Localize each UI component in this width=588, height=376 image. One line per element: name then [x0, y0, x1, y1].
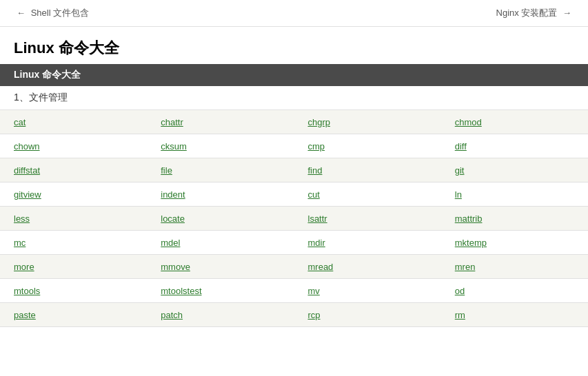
cmd-cell: mktemp — [441, 231, 588, 254]
next-nav-label: Nginx 安装配置 — [496, 8, 558, 18]
cmd-cell: mdir — [294, 231, 441, 254]
table-row: diffstatfilefindgit — [0, 158, 588, 182]
table-row: chowncksumcmpdiff — [0, 134, 588, 158]
cmd-link[interactable]: cat — [14, 117, 26, 127]
cmd-link[interactable]: paste — [14, 310, 36, 320]
prev-nav-link[interactable]: ← Shell 文件包含 — [14, 7, 89, 19]
cmd-cell: cksum — [147, 134, 294, 158]
cmd-cell: find — [294, 158, 441, 182]
cmd-cell: mmove — [147, 255, 294, 278]
cmd-link[interactable]: lsattr — [308, 213, 327, 224]
cmd-link[interactable]: chown — [14, 141, 40, 152]
cmd-cell: mread — [294, 255, 441, 278]
cmd-cell: chattr — [147, 110, 294, 134]
cmd-link[interactable]: mread — [308, 262, 334, 272]
cmd-cell: patch — [147, 303, 294, 326]
cmd-link[interactable]: cut — [308, 189, 320, 200]
table-row: mtoolsmtoolstestmvod — [0, 279, 588, 303]
cmd-cell: cmp — [294, 134, 441, 158]
section-header: Linux 命令大全 — [0, 64, 588, 86]
cmd-link[interactable]: locate — [161, 213, 185, 224]
cmd-cell: od — [441, 279, 588, 302]
cmd-cell: chown — [0, 134, 147, 158]
cmd-cell: mdel — [147, 231, 294, 254]
prev-arrow: ← — [17, 8, 26, 18]
cmd-cell: paste — [0, 303, 147, 326]
prev-nav-label: Shell 文件包含 — [31, 8, 90, 18]
cmd-link[interactable]: mren — [455, 262, 476, 272]
cmd-cell: mtools — [0, 279, 147, 302]
cmd-cell: git — [441, 158, 588, 182]
cmd-cell: ln — [441, 182, 588, 206]
cmd-link[interactable]: chattr — [161, 117, 183, 127]
cmd-link[interactable]: find — [308, 165, 323, 176]
cmd-link[interactable]: rm — [455, 310, 465, 320]
navigation-bar: ← Shell 文件包含 Nginx 安装配置 → — [0, 0, 588, 27]
cmd-link[interactable]: chgrp — [308, 117, 331, 127]
cmd-link[interactable]: rcp — [308, 310, 321, 320]
cmd-link[interactable]: mv — [308, 286, 320, 296]
cmd-link[interactable]: patch — [161, 310, 183, 320]
next-arrow: → — [562, 8, 571, 18]
cmd-link[interactable]: mtools — [14, 286, 40, 296]
cmd-link[interactable]: diffstat — [14, 165, 40, 176]
cmd-link[interactable]: mdir — [308, 238, 325, 248]
cmd-cell: diffstat — [0, 158, 147, 182]
cmd-cell: indent — [147, 182, 294, 206]
cmd-cell: chgrp — [294, 110, 441, 134]
cmd-link[interactable]: file — [161, 165, 172, 176]
page-title: Linux 命令大全 — [0, 27, 588, 64]
cmd-cell: rm — [441, 303, 588, 326]
cmd-link[interactable]: mmove — [161, 262, 190, 272]
cmd-cell: mattrib — [441, 207, 588, 230]
cmd-link[interactable]: gitview — [14, 189, 41, 200]
content-area: Linux 命令大全 1、文件管理 catchattrchgrpchmodcho… — [0, 64, 588, 327]
cmd-cell: less — [0, 207, 147, 230]
cmd-link[interactable]: diff — [455, 141, 467, 152]
cmd-cell: cut — [294, 182, 441, 206]
cmd-cell: diff — [441, 134, 588, 158]
cmd-link[interactable]: cksum — [161, 141, 187, 152]
cmd-link[interactable]: mktemp — [455, 238, 487, 248]
cmd-cell: chmod — [441, 110, 588, 134]
cmd-link[interactable]: od — [455, 286, 465, 296]
cmd-cell: lsattr — [294, 207, 441, 230]
table-row: mcmdelmdirmktemp — [0, 231, 588, 255]
table-row: pastepatchrcprm — [0, 303, 588, 327]
table-row: moremmovemreadmren — [0, 255, 588, 279]
cmd-cell: mtoolstest — [147, 279, 294, 302]
cmd-cell: rcp — [294, 303, 441, 326]
cmd-cell: mren — [441, 255, 588, 278]
table-row: catchattrchgrpchmod — [0, 110, 588, 134]
cmd-link[interactable]: git — [455, 165, 465, 176]
cmd-link[interactable]: chmod — [455, 117, 482, 127]
sub-header: 1、文件管理 — [0, 86, 588, 110]
cmd-cell: cat — [0, 110, 147, 134]
cmd-cell: more — [0, 255, 147, 278]
cmd-cell: mv — [294, 279, 441, 302]
cmd-link[interactable]: mdel — [161, 238, 180, 248]
table-row: gitviewindentcutln — [0, 182, 588, 207]
cmd-link[interactable]: mtoolstest — [161, 286, 201, 296]
table-row: lesslocatelsattrmattrib — [0, 207, 588, 231]
cmd-cell: mc — [0, 231, 147, 254]
cmd-link[interactable]: ln — [455, 189, 462, 200]
cmd-link[interactable]: indent — [161, 189, 185, 200]
cmd-cell: locate — [147, 207, 294, 230]
cmd-link[interactable]: cmp — [308, 141, 325, 152]
cmd-cell: gitview — [0, 182, 147, 206]
cmd-link[interactable]: less — [14, 213, 30, 224]
cmd-link[interactable]: mc — [14, 238, 26, 248]
cmd-link[interactable]: more — [14, 262, 34, 272]
next-nav-link[interactable]: Nginx 安装配置 → — [496, 7, 574, 19]
commands-grid: catchattrchgrpchmodchowncksumcmpdiffdiff… — [0, 110, 588, 327]
cmd-cell: file — [147, 158, 294, 182]
cmd-link[interactable]: mattrib — [455, 213, 483, 224]
